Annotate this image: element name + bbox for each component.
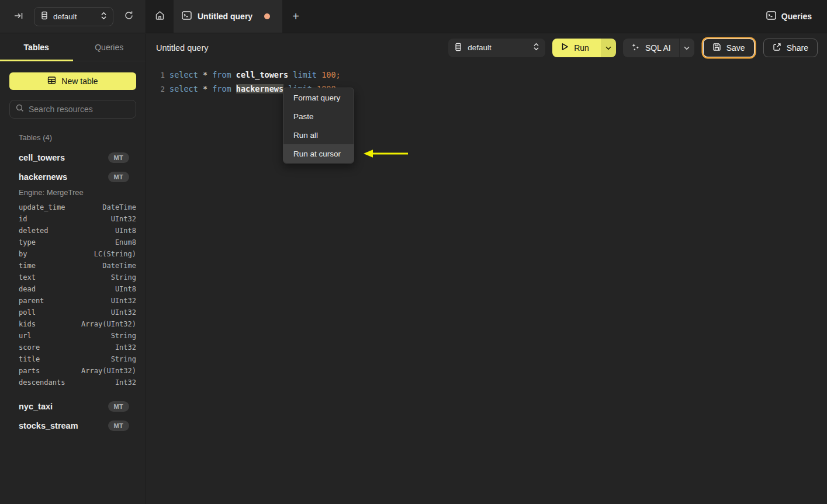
column-type: LC(String) bbox=[94, 250, 136, 258]
table-grid-icon bbox=[47, 76, 56, 86]
column-row: partsArray(UInt32) bbox=[19, 365, 136, 377]
column-type: UInt32 bbox=[111, 215, 136, 223]
column-name: update_time bbox=[19, 203, 65, 211]
menu-item-format-query[interactable]: Format query bbox=[283, 88, 354, 107]
tab-untitled-query[interactable]: Untitled query bbox=[174, 0, 282, 33]
menu-item-run-at-cursor[interactable]: Run at cursor bbox=[283, 144, 354, 163]
column-row: titleString bbox=[19, 353, 136, 365]
topbar: default Untitled query bbox=[0, 0, 827, 33]
menu-item-paste[interactable]: Paste bbox=[283, 107, 354, 126]
refresh-icon bbox=[124, 11, 134, 22]
column-row: parentUInt32 bbox=[19, 295, 136, 307]
column-type: Array(UInt32) bbox=[81, 367, 136, 375]
table-row-cell-towers[interactable]: cell_towers MT bbox=[0, 148, 146, 167]
engine-badge: MT bbox=[108, 420, 129, 431]
plus-icon: + bbox=[292, 10, 299, 23]
share-button[interactable]: Share bbox=[763, 39, 818, 57]
topbar-right: Queries bbox=[766, 0, 827, 33]
sidebar-tabs: Tables Queries bbox=[0, 34, 146, 61]
column-row: timeDateTime bbox=[19, 260, 136, 272]
terminal-icon bbox=[182, 11, 192, 22]
editor-line-1: 1 select * from cell_towers limit 100; bbox=[146, 68, 827, 82]
sidebar: Tables Queries New table Tables (4) bbox=[0, 34, 146, 504]
main-area: Untitled query default bbox=[146, 34, 827, 504]
table-name: nyc_taxi bbox=[19, 402, 53, 411]
sql-ai-caret[interactable] bbox=[679, 39, 694, 57]
column-row: kidsArray(UInt32) bbox=[19, 318, 136, 330]
collapse-sidebar-button[interactable] bbox=[12, 9, 26, 25]
column-row: deadUInt8 bbox=[19, 283, 136, 295]
column-name: parent bbox=[19, 297, 44, 305]
save-icon bbox=[712, 43, 721, 53]
engine-info: Engine: MergeTree bbox=[19, 188, 146, 197]
query-title: Untitled query bbox=[156, 43, 208, 53]
save-button[interactable]: Save bbox=[703, 39, 755, 57]
unsaved-changes-dot bbox=[264, 13, 270, 19]
database-icon bbox=[454, 43, 462, 53]
topbar-left: default bbox=[0, 0, 146, 33]
table-row-stocks-stream[interactable]: stocks_stream MT bbox=[0, 416, 146, 435]
run-options-caret[interactable] bbox=[601, 39, 616, 57]
column-type: UInt8 bbox=[115, 227, 136, 235]
column-type: UInt8 bbox=[115, 285, 136, 293]
column-name: dead bbox=[19, 285, 36, 293]
column-name: by bbox=[19, 250, 27, 258]
column-name: descendants bbox=[19, 378, 65, 387]
column-name: score bbox=[19, 343, 40, 352]
engine-badge: MT bbox=[108, 401, 129, 412]
column-name: text bbox=[19, 273, 36, 281]
column-row: deletedUInt8 bbox=[19, 225, 136, 237]
column-type: String bbox=[111, 332, 136, 340]
query-toolbar: Untitled query default bbox=[146, 34, 827, 61]
run-split-button: Run bbox=[552, 39, 616, 57]
topbar-database-selector[interactable]: default bbox=[34, 7, 113, 26]
engine-badge: MT bbox=[108, 172, 129, 182]
tables-section-label: Tables (4) bbox=[19, 133, 146, 142]
column-name: id bbox=[19, 215, 27, 223]
hackernews-column-list: update_timeDateTime idUInt32 deletedUInt… bbox=[0, 201, 146, 388]
column-type: UInt32 bbox=[111, 308, 136, 317]
sql-ai-button-label: SQL AI bbox=[645, 43, 671, 53]
column-name: parts bbox=[19, 367, 40, 375]
sparkles-icon bbox=[631, 43, 640, 53]
sql-console-app: default Untitled query bbox=[0, 0, 827, 504]
column-name: title bbox=[19, 355, 40, 363]
table-name: cell_towers bbox=[19, 153, 65, 162]
column-row: idUInt32 bbox=[19, 213, 136, 225]
sql-editor[interactable]: 1 select * from cell_towers limit 100; 2… bbox=[146, 61, 827, 504]
sidebar-tab-tables[interactable]: Tables bbox=[0, 34, 73, 61]
home-icon bbox=[155, 11, 165, 22]
sql-ai-button[interactable]: SQL AI bbox=[623, 39, 679, 57]
column-row: textString bbox=[19, 272, 136, 283]
column-row: typeEnum8 bbox=[19, 237, 136, 248]
column-row: update_timeDateTime bbox=[19, 201, 136, 213]
table-row-hackernews[interactable]: hackernews MT bbox=[0, 167, 146, 186]
save-button-label: Save bbox=[726, 43, 745, 53]
column-name: url bbox=[19, 332, 32, 340]
line-number: 1 bbox=[146, 71, 165, 79]
refresh-button[interactable] bbox=[122, 8, 136, 25]
run-button[interactable]: Run bbox=[552, 39, 601, 57]
queries-button[interactable]: Queries bbox=[766, 11, 812, 22]
search-resources-input[interactable] bbox=[29, 105, 130, 114]
code-text: select * from cell_towers limit 100; bbox=[165, 70, 341, 79]
terminal-icon bbox=[766, 11, 776, 22]
new-table-button-label: New table bbox=[61, 77, 98, 86]
toolbar-database-selector[interactable]: default bbox=[448, 39, 545, 57]
column-type: Int32 bbox=[115, 378, 136, 387]
toolbar-actions: default Run bbox=[448, 39, 818, 57]
column-name: poll bbox=[19, 308, 36, 317]
menu-item-run-all[interactable]: Run all bbox=[283, 126, 354, 144]
updown-chevrons-icon bbox=[101, 12, 107, 22]
sidebar-tab-queries[interactable]: Queries bbox=[73, 34, 146, 61]
tab-label: Untitled query bbox=[198, 12, 252, 21]
topbar-database-value: default bbox=[53, 12, 96, 21]
column-row: byLC(String) bbox=[19, 248, 136, 260]
home-button[interactable] bbox=[146, 0, 174, 33]
selected-text: hackernews bbox=[236, 84, 283, 93]
column-name: kids bbox=[19, 320, 36, 328]
sidebar-tab-tables-label: Tables bbox=[24, 43, 49, 52]
new-tab-button[interactable]: + bbox=[282, 0, 309, 33]
new-table-button[interactable]: New table bbox=[9, 72, 136, 90]
table-row-nyc-taxi[interactable]: nyc_taxi MT bbox=[0, 397, 146, 416]
